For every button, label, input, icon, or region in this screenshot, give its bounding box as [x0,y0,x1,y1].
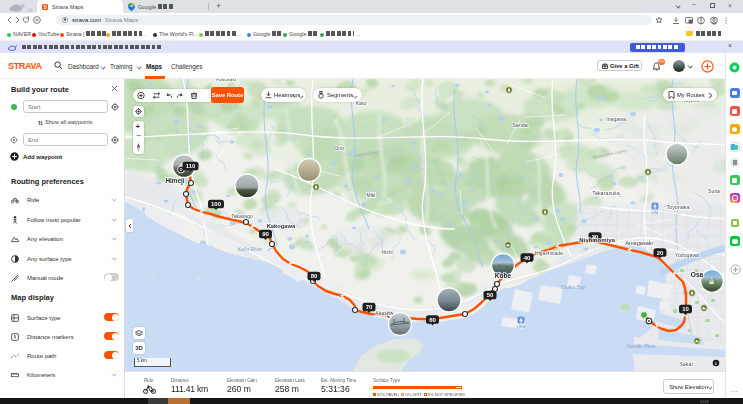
svg-text:Suita: Suita [708,188,720,194]
svg-text:Takarazuka: Takarazuka [592,190,620,196]
svg-text:Yamato River: Yamato River [626,343,656,349]
svg-text:Ono: Ono [334,145,344,151]
svg-text:Osa: Osa [691,271,704,278]
svg-text:Fukusaki: Fukusaki [216,79,236,82]
svg-text:10: 10 [682,306,689,312]
svg-text:Himeji: Himeji [165,177,184,185]
svg-text:Higashinada: Higashinada [535,250,563,256]
svg-text:Sakai: Sakai [679,361,693,367]
svg-text:Inagawa: Inagawa [606,116,626,122]
svg-text:Nishinomiya: Nishinomiya [579,237,615,243]
svg-text:Kakogawa: Kakogawa [267,223,296,229]
svg-text:50: 50 [487,292,494,298]
svg-text:Amagasaki: Amagasaki [625,240,653,246]
svg-text:110: 110 [186,163,196,169]
svg-text:100: 100 [211,201,222,207]
svg-text:40: 40 [524,255,531,261]
svg-text:60: 60 [429,317,436,323]
svg-text:70: 70 [366,304,373,310]
svg-text:Yodogawa: Yodogawa [675,252,699,258]
svg-text:UKB: UKB [517,324,526,329]
svg-text:20: 20 [657,250,664,256]
svg-text:Nishi: Nishi [381,249,392,255]
svg-text:Kako River: Kako River [238,246,263,252]
svg-text:Toyonaka: Toyonaka [666,204,689,210]
svg-text:Miki: Miki [367,192,376,198]
svg-text:90: 90 [262,231,269,237]
svg-text:Sanda: Sanda [512,122,528,128]
svg-text:ITM: ITM [652,210,659,215]
svg-text:Kobe: Kobe [495,272,512,279]
svg-text:Akashi: Akashi [375,310,391,316]
svg-text:Takasago: Takasago [231,213,253,219]
svg-text:Osaka Bay: Osaka Bay [561,284,586,290]
svg-text:STRAVA: STRAVA [8,61,42,71]
svg-text:80: 80 [311,273,318,279]
